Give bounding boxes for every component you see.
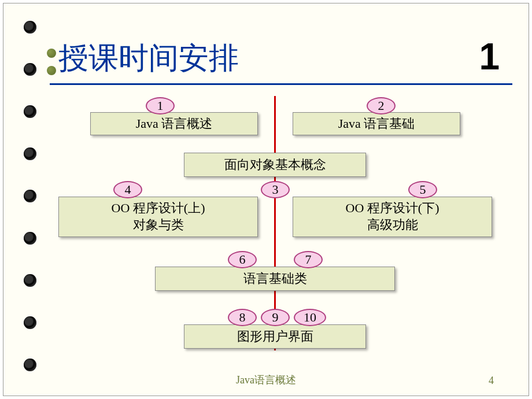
badge-8: 8	[228, 309, 257, 326]
topic-label: 面向对象基本概念	[184, 156, 365, 173]
topic-box-3: 面向对象基本概念	[184, 153, 366, 177]
topic-label: OO 程序设计(下)	[293, 200, 492, 217]
badge-7: 7	[294, 251, 323, 268]
badge-10: 10	[294, 309, 326, 326]
topic-box-1: Java 语言概述	[90, 112, 258, 135]
slide-title: 授课时间安排	[58, 38, 239, 79]
badge-3: 3	[261, 181, 290, 198]
topic-label: 对象与类	[59, 217, 257, 234]
topic-label: 语言基础类	[156, 270, 394, 287]
badge-1: 1	[146, 97, 175, 114]
badge-2: 2	[367, 97, 396, 114]
topic-box-6: 语言基础类	[155, 267, 395, 291]
topic-label: 高级功能	[293, 217, 492, 234]
topic-label: Java 语言基础	[293, 115, 460, 132]
topic-box-5: OO 程序设计(下) 高级功能	[293, 197, 492, 237]
page-number: 4	[489, 375, 494, 387]
slide: 授课时间安排 1 1 Java 语言概述 2 Java 语言基础 面向对象基本概…	[3, 3, 529, 396]
topic-label: Java 语言概述	[91, 115, 257, 132]
topic-box-4: OO 程序设计(上) 对象与类	[58, 197, 258, 237]
spiral-binding	[24, 3, 41, 396]
badge-4: 4	[113, 181, 142, 198]
badge-6: 6	[228, 251, 257, 268]
title-underline	[50, 83, 512, 85]
badge-5: 5	[408, 181, 437, 198]
chapter-number: 1	[479, 35, 500, 78]
topic-box-2: Java 语言基础	[293, 112, 460, 135]
bullet-icon	[47, 66, 56, 75]
topic-box-7: 图形用户界面	[184, 324, 366, 349]
footer-text: Java语言概述	[236, 373, 296, 387]
badge-9: 9	[261, 309, 290, 326]
topic-label: OO 程序设计(上)	[59, 200, 257, 217]
bullet-icon	[47, 49, 56, 58]
topic-label: 图形用户界面	[184, 328, 365, 345]
